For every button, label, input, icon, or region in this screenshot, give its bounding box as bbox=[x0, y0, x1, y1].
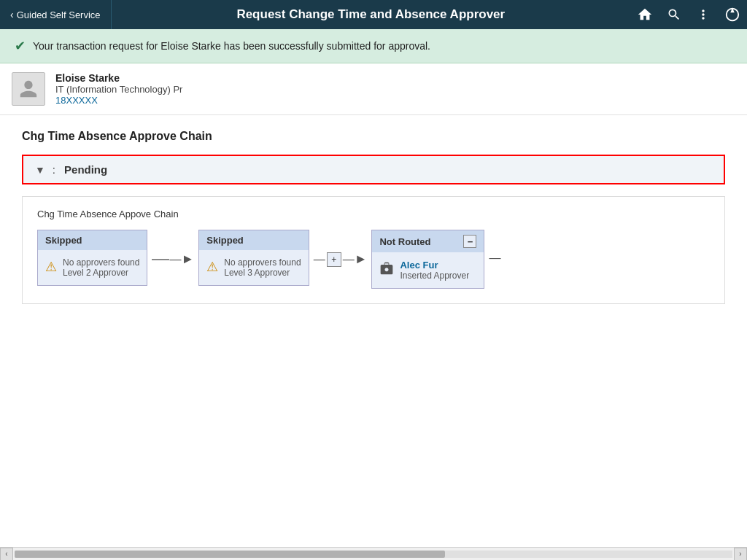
approver-card-2: Skipped ⚠ No approvers found Level 3 App… bbox=[198, 230, 309, 286]
chain-items: Skipped ⚠ No approvers found Level 2 App… bbox=[37, 230, 710, 289]
warning-icon-1: ⚠ bbox=[45, 259, 57, 275]
pending-label: Pending bbox=[64, 163, 107, 176]
employee-info: Eloise Starke IT (Information Technology… bbox=[55, 72, 182, 106]
scroll-right-button[interactable]: › bbox=[734, 548, 747, 561]
horizontal-scrollbar: ‹ › bbox=[0, 547, 747, 560]
employee-department: IT (Information Technology) Pr bbox=[55, 84, 182, 95]
connector-1: — ► bbox=[147, 252, 198, 267]
not-routed-body: Alec Fur Inserted Approver bbox=[372, 252, 484, 288]
page-title: Request Change Time and Absence Approver bbox=[112, 7, 630, 22]
home-button[interactable] bbox=[630, 0, 659, 29]
not-routed-status: Not Routed bbox=[379, 236, 430, 247]
not-routed-header: Not Routed − bbox=[372, 230, 484, 252]
inserted-approver-name: Alec Fur bbox=[400, 260, 469, 271]
dash-3: — bbox=[489, 252, 500, 265]
dash-2b: — bbox=[343, 253, 355, 266]
arrow-head-1: — bbox=[169, 253, 181, 266]
approver-2-role: Level 3 Approver bbox=[224, 268, 301, 278]
chain-label: Chg Time Absence Appove Chain bbox=[37, 209, 710, 219]
employee-name: Eloise Starke bbox=[55, 72, 182, 84]
arrow-right-1: ► bbox=[181, 252, 194, 267]
approver-1-status: Skipped bbox=[45, 235, 82, 246]
approver-2-status: Skipped bbox=[206, 235, 244, 246]
chevron-left-icon: ‹ bbox=[10, 9, 14, 20]
header-actions bbox=[630, 0, 747, 29]
add-approver-button[interactable]: + bbox=[327, 252, 341, 267]
person-icon bbox=[379, 261, 394, 279]
scrollbar-thumb[interactable] bbox=[15, 551, 445, 558]
section-title: Chg Time Absence Approve Chain bbox=[22, 130, 725, 143]
avatar bbox=[12, 72, 45, 106]
not-routed-card: Not Routed − Alec Fur Inserted Approver bbox=[371, 230, 484, 289]
employee-id: 18XXXXX bbox=[55, 95, 182, 106]
approver-1-info: No approvers found Level 2 Approver bbox=[63, 257, 139, 278]
connector-3: — bbox=[484, 252, 505, 265]
success-banner: ✔ Your transaction request for Eloise St… bbox=[0, 29, 747, 63]
connector-2: — + — ► bbox=[309, 252, 372, 267]
approver-card-2-header: Skipped bbox=[199, 230, 308, 250]
main-content: Chg Time Absence Approve Chain ▼ : Pendi… bbox=[0, 115, 747, 319]
approver-card-2-body: ⚠ No approvers found Level 3 Approver bbox=[199, 250, 308, 285]
pending-box: ▼ : Pending bbox=[22, 155, 725, 184]
approver-card-1-body: ⚠ No approvers found Level 2 Approver bbox=[38, 250, 147, 285]
pending-colon: : bbox=[53, 163, 55, 176]
scroll-left-button[interactable]: ‹ bbox=[0, 548, 13, 561]
arrow-line-1a bbox=[152, 259, 169, 260]
employee-section: Eloise Starke IT (Information Technology… bbox=[0, 63, 747, 115]
approver-1-role: Level 2 Approver bbox=[63, 268, 139, 278]
not-routed-person-info: Alec Fur Inserted Approver bbox=[400, 260, 469, 281]
approver-card-1-header: Skipped bbox=[38, 230, 147, 250]
navigation-button[interactable] bbox=[718, 0, 747, 29]
remove-approver-button[interactable]: − bbox=[463, 235, 476, 248]
inserted-approver-label: Inserted Approver bbox=[400, 271, 469, 281]
arrow-right-2: ► bbox=[355, 252, 368, 267]
checkmark-icon: ✔ bbox=[15, 38, 26, 54]
back-button[interactable]: ‹ Guided Self Service bbox=[0, 0, 112, 29]
dash-2a: — bbox=[314, 253, 325, 266]
search-button[interactable] bbox=[659, 0, 689, 29]
more-options-button[interactable] bbox=[689, 0, 718, 29]
back-label: Guided Self Service bbox=[17, 9, 101, 20]
app-header: ‹ Guided Self Service Request Change Tim… bbox=[0, 0, 747, 29]
approver-2-message: No approvers found bbox=[224, 257, 301, 268]
approver-1-message: No approvers found bbox=[63, 257, 139, 268]
success-message: Your transaction request for Eloise Star… bbox=[33, 40, 430, 52]
approver-card-1: Skipped ⚠ No approvers found Level 2 App… bbox=[37, 230, 147, 286]
expand-icon[interactable]: ▼ bbox=[35, 164, 45, 176]
warning-icon-2: ⚠ bbox=[206, 259, 218, 275]
scrollbar-track[interactable] bbox=[15, 551, 732, 558]
approver-2-info: No approvers found Level 3 Approver bbox=[224, 257, 301, 278]
chain-container: Chg Time Absence Appove Chain Skipped ⚠ … bbox=[22, 196, 725, 304]
